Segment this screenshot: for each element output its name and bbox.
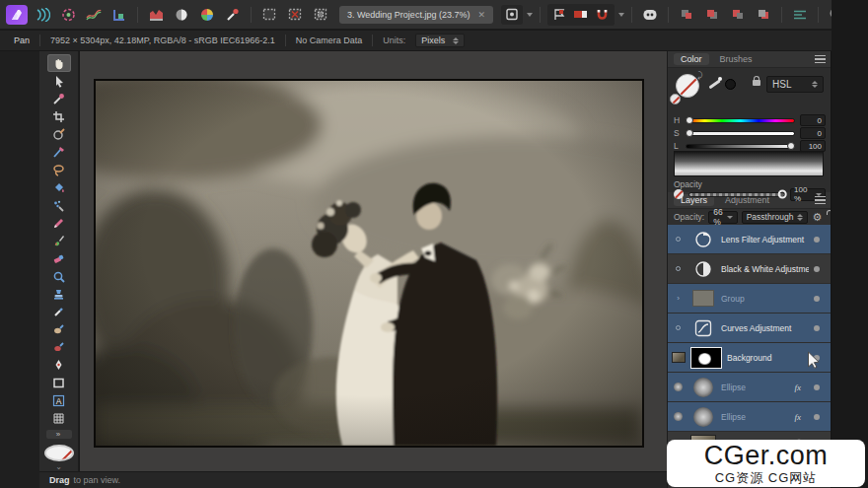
layer-row-curves[interactable]: Curves Adjustment bbox=[668, 314, 832, 342]
colour-picker-icon[interactable] bbox=[707, 76, 723, 92]
marquee-tool[interactable] bbox=[47, 178, 71, 196]
view-mode-button[interactable] bbox=[501, 5, 523, 25]
snapping-dropdown-icon[interactable] bbox=[618, 13, 624, 17]
close-tab-icon[interactable]: ✕ bbox=[477, 10, 485, 20]
saturation-value[interactable]: 0 bbox=[800, 127, 826, 139]
text-tool[interactable]: A bbox=[47, 391, 71, 409]
dodge-tool[interactable] bbox=[47, 320, 71, 338]
assistant-button[interactable] bbox=[639, 5, 661, 25]
erase-tool[interactable] bbox=[47, 249, 71, 267]
tone-mapping-persona-button[interactable] bbox=[83, 5, 105, 25]
layer-row-black-white[interactable]: Black & White Adjustment bbox=[668, 254, 832, 283]
paint-brush-tool[interactable] bbox=[47, 232, 71, 249]
move-tool[interactable] bbox=[47, 72, 71, 90]
gear-icon[interactable]: ⚙ bbox=[812, 212, 822, 223]
ellipse-thumbnail[interactable] bbox=[690, 377, 716, 397]
lightness-slider[interactable] bbox=[686, 144, 795, 149]
move-to-front-button[interactable] bbox=[676, 5, 697, 25]
brush-selection-tool[interactable] bbox=[47, 196, 71, 214]
pen-tool[interactable] bbox=[47, 356, 71, 374]
move-forward-button[interactable] bbox=[701, 5, 723, 25]
layer-row-ellipse-2[interactable]: Ellipse fx bbox=[668, 402, 832, 431]
visibility-checkbox[interactable] bbox=[814, 296, 820, 302]
visibility-checkbox[interactable] bbox=[814, 266, 820, 272]
select-all-button[interactable] bbox=[258, 5, 280, 25]
group-thumbnail[interactable] bbox=[690, 288, 716, 309]
visibility-checkbox[interactable] bbox=[814, 325, 820, 331]
colour-opacity-slider[interactable] bbox=[688, 192, 785, 197]
ellipse-thumbnail[interactable] bbox=[690, 406, 716, 427]
canvas-viewport[interactable] bbox=[80, 51, 667, 471]
lightness-slider-thumb[interactable] bbox=[787, 142, 795, 150]
auto-white-balance-button[interactable] bbox=[222, 5, 244, 25]
deselect-button[interactable] bbox=[284, 5, 306, 25]
develop-persona-button[interactable] bbox=[57, 5, 79, 25]
auto-levels-button[interactable] bbox=[145, 5, 167, 25]
colour-mode-select[interactable]: HSL bbox=[766, 76, 824, 93]
document-photo[interactable] bbox=[94, 79, 644, 448]
shade-gradient-box[interactable] bbox=[674, 151, 824, 176]
visibility-checkbox[interactable] bbox=[814, 414, 820, 420]
panel-menu-icon[interactable] bbox=[815, 196, 826, 204]
panel-menu-icon[interactable] bbox=[815, 55, 826, 63]
lens-filter-icon[interactable] bbox=[690, 229, 716, 249]
saturation-slider-thumb[interactable] bbox=[686, 129, 693, 137]
view-mode-dropdown-icon[interactable] bbox=[527, 13, 533, 17]
group-expand-icon[interactable]: › bbox=[671, 294, 686, 303]
colour-opacity-thumb[interactable] bbox=[778, 190, 787, 199]
layer-row-group[interactable]: › Group bbox=[668, 284, 832, 313]
export-persona-button[interactable] bbox=[108, 5, 130, 25]
move-to-back-button[interactable] bbox=[753, 5, 774, 25]
swap-colours-icon[interactable]: ⤸ bbox=[697, 70, 702, 81]
colour-picker-tool[interactable] bbox=[47, 90, 71, 107]
more-tools-button[interactable]: » bbox=[46, 430, 72, 439]
visibility-checkbox[interactable] bbox=[814, 237, 820, 243]
stroke-colour-swatch[interactable] bbox=[670, 94, 681, 105]
healing-tool[interactable] bbox=[47, 303, 71, 320]
flood-select-tool[interactable] bbox=[47, 161, 71, 178]
snapping-bounds-button[interactable] bbox=[570, 5, 592, 25]
layer-effects-badge[interactable]: fx bbox=[795, 383, 802, 392]
layer-row-ellipse-1[interactable]: Ellipse fx bbox=[668, 373, 832, 401]
black-white-icon[interactable] bbox=[690, 258, 716, 279]
clone-tool[interactable] bbox=[47, 285, 71, 303]
crop-tool[interactable] bbox=[47, 107, 71, 125]
saturation-slider[interactable] bbox=[686, 131, 795, 136]
hue-value[interactable]: 0 bbox=[800, 114, 826, 126]
lock-icon[interactable] bbox=[753, 80, 760, 86]
blend-mode-select[interactable]: Passthrough bbox=[742, 211, 809, 224]
auto-colour-button[interactable] bbox=[196, 5, 218, 25]
layers-opacity-select[interactable]: 66 % bbox=[708, 211, 737, 224]
selection-brush-tool[interactable] bbox=[47, 125, 71, 143]
alignment-button[interactable] bbox=[789, 5, 811, 25]
no-colour-icon[interactable] bbox=[674, 189, 684, 199]
units-select[interactable]: Pixels bbox=[415, 34, 465, 47]
liquify-persona-button[interactable] bbox=[32, 5, 53, 25]
mask-thumbnail[interactable] bbox=[690, 347, 722, 369]
move-backward-button[interactable] bbox=[727, 5, 749, 25]
blur-tool[interactable] bbox=[47, 267, 71, 285]
freehand-selection-tool[interactable] bbox=[47, 143, 71, 161]
visibility-checkbox[interactable] bbox=[814, 384, 820, 390]
active-colour-swatch[interactable] bbox=[44, 445, 74, 461]
mesh-warp-tool[interactable] bbox=[47, 409, 71, 427]
hue-slider[interactable] bbox=[686, 118, 795, 123]
swap-colours-icon[interactable]: ⌄ bbox=[55, 462, 62, 471]
layer-row-lens-filter[interactable]: Lens Filter Adjustment bbox=[668, 225, 832, 253]
picked-colour-well[interactable] bbox=[725, 79, 736, 90]
invert-selection-button[interactable] bbox=[310, 5, 331, 25]
pencil-tool[interactable] bbox=[47, 214, 71, 232]
curves-icon[interactable] bbox=[690, 317, 716, 338]
tab-brushes[interactable]: Brushes bbox=[713, 53, 760, 65]
rectangle-tool[interactable] bbox=[47, 374, 71, 391]
photo-persona-button[interactable] bbox=[6, 5, 28, 25]
fill-colour-swatch[interactable] bbox=[676, 74, 699, 98]
tab-color[interactable]: Color bbox=[674, 53, 709, 65]
hue-slider-thumb[interactable] bbox=[686, 116, 693, 124]
burn-tool[interactable] bbox=[47, 338, 71, 356]
layer-effects-badge[interactable]: fx bbox=[795, 412, 802, 422]
snapping-magnet-button[interactable] bbox=[592, 5, 614, 25]
document-tab[interactable]: 3. Wedding Project.jpg (23.7%) ✕ bbox=[339, 6, 493, 24]
auto-contrast-button[interactable] bbox=[171, 5, 192, 25]
view-tool[interactable] bbox=[47, 54, 71, 72]
